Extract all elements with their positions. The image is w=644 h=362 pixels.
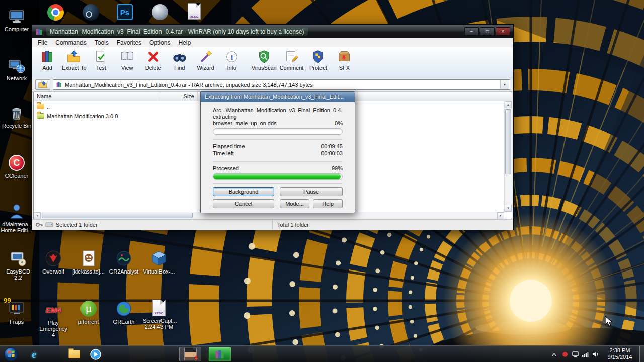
horizontal-scroll-thumb[interactable] xyxy=(42,213,193,218)
help-button[interactable]: Help xyxy=(313,199,343,208)
extract-progress-dialog: Extracting from Manhattan_Modification_v… xyxy=(200,91,355,213)
desktop-icon-utorrent[interactable]: µ µTorrent xyxy=(72,300,105,325)
desktop-icon-kickass[interactable]: [kickass.to]... xyxy=(72,249,105,275)
cancel-button[interactable]: Cancel xyxy=(213,199,274,208)
timeleft-value: 00:00:03 xyxy=(321,150,343,157)
toolbar-view-button[interactable]: View xyxy=(114,49,140,71)
archive-path-combo[interactable]: Manhattan_Modification_v3_Final_Edition_… xyxy=(53,79,510,90)
tray-ccleaner-icon[interactable] xyxy=(560,346,570,362)
extract-dialog-titlebar[interactable]: Extracting from Manhattan_Modification_v… xyxy=(201,92,355,102)
scroll-left-button[interactable]: ◄ xyxy=(34,212,41,219)
tray-network-icon[interactable] xyxy=(581,346,590,362)
toolbar-delete-button[interactable]: Delete xyxy=(140,49,167,71)
toolbar-extract-button[interactable]: Extract To xyxy=(60,49,88,71)
desktop-icon-fraps[interactable]: 99 Fraps xyxy=(1,300,33,325)
menu-file[interactable]: File xyxy=(34,39,51,47)
toolbar-wizard-button[interactable]: Wizard xyxy=(193,49,219,71)
toolbar-virusscan-button[interactable]: VirusScan xyxy=(250,49,278,71)
desktop-icon-emergency4[interactable]: EM4 Play Emergency 4 xyxy=(37,301,69,338)
winrar-titlebar[interactable]: Manhattan_Modification_v3_Final_Edition_… xyxy=(32,25,513,38)
file-name: Manhattan Modification 3.0.0 xyxy=(47,113,118,119)
hidden-icons-button[interactable] xyxy=(549,346,558,362)
processed-label: Processed xyxy=(213,165,239,172)
desktop-icon-overwolf[interactable]: Overwolf xyxy=(37,249,69,275)
mode-button[interactable]: Mode... xyxy=(280,199,309,208)
desktop-icon-virtualbox[interactable]: VirtualBox-... xyxy=(143,249,175,275)
desktop-icon-photoshop[interactable]: Ps xyxy=(114,3,136,21)
vertical-scrollbar[interactable]: ▲ ▼ xyxy=(504,101,512,212)
taskbar: e 4 2:38 PM 9/15/2014 xyxy=(0,345,644,362)
tray-volume-icon[interactable] xyxy=(591,346,600,362)
desktop-icon-steam[interactable] xyxy=(79,3,102,21)
toolbar-label: Wizard xyxy=(197,65,214,71)
desktop-icon-label: GR2Analyst xyxy=(109,268,139,275)
taskbar-photo-viewer-button[interactable]: 4 xyxy=(179,347,201,361)
desktop-icon-label: dMaintena.. Home Editi... xyxy=(1,221,33,233)
window-title: Manhattan_Modification_v3_Final_Edition_… xyxy=(46,28,308,36)
toolbar-info-button[interactable]: iInfo xyxy=(219,49,245,71)
desktop-icon-screencapture[interactable]: XESC ScreenCapt... 2.24.43 PM xyxy=(143,299,175,330)
desktop-icon-gray-sphere[interactable] xyxy=(149,3,171,21)
sfx-icon xyxy=(336,49,352,64)
winrar-app-icon xyxy=(35,28,43,36)
toolbar-test-button[interactable]: Test xyxy=(88,49,114,71)
chrome-icon xyxy=(46,3,64,21)
toolbar-comment-button[interactable]: Comment xyxy=(278,49,305,71)
toolbar-add-button[interactable]: Add xyxy=(34,49,60,71)
taskbar-ie-button[interactable]: e xyxy=(24,347,44,361)
elapsed-value: 00:09:45 xyxy=(321,143,343,150)
desktop-icon-network[interactable]: Network xyxy=(1,56,33,81)
taskbar-clock[interactable]: 2:38 PM 9/15/2014 xyxy=(603,347,637,360)
scroll-down-button[interactable]: ▼ xyxy=(505,205,512,212)
column-header-name[interactable]: Name xyxy=(34,92,160,101)
desktop-icon-gr2analyst[interactable]: GR2Analyst xyxy=(108,249,140,275)
desktop-icon-grearth[interactable]: GREarth xyxy=(108,300,140,325)
column-header-size[interactable]: Size xyxy=(160,92,198,101)
desktop-icon-label: [kickass.to]... xyxy=(72,268,105,275)
desktop-icon-label: Computer xyxy=(5,26,29,32)
toolbar-label: Extract To xyxy=(62,65,87,71)
action-line: extracting xyxy=(213,114,343,120)
taskbar-media-player-button[interactable] xyxy=(86,347,106,361)
menu-help[interactable]: Help xyxy=(174,39,195,47)
virtualbox-icon xyxy=(150,249,168,267)
scroll-right-button[interactable]: ► xyxy=(497,212,504,219)
toolbar: Add Extract To Test View Delete Find Wiz… xyxy=(32,47,513,78)
tray-display-icon[interactable] xyxy=(571,346,580,362)
up-one-level-button[interactable] xyxy=(35,79,50,90)
processed-progressbar xyxy=(213,173,343,180)
toolbar-find-button[interactable]: Find xyxy=(167,49,193,71)
menu-favorites[interactable]: Favorites xyxy=(113,39,145,47)
background-button[interactable]: Background xyxy=(213,187,274,196)
start-button[interactable] xyxy=(1,347,21,361)
pause-button[interactable]: Pause xyxy=(280,187,343,196)
folder-up-icon xyxy=(37,104,44,109)
desktop-icon-label: Play Emergency 4 xyxy=(37,320,69,338)
desktop-icon-recycle-bin[interactable]: Recycle Bin xyxy=(1,104,33,129)
desktop-icon-easybcd[interactable]: EasyBCD 2.2 xyxy=(2,249,34,281)
timeleft-row: Time left 00:00:03 xyxy=(213,150,343,157)
menu-commands[interactable]: Commands xyxy=(51,39,90,47)
taskbar-winrar-button[interactable] xyxy=(208,347,231,361)
menu-tools[interactable]: Tools xyxy=(91,39,113,47)
desktop-icon-computer[interactable]: Computer xyxy=(1,7,33,32)
scroll-up-button[interactable]: ▲ xyxy=(505,101,512,108)
desktop-icon-dmaintenance[interactable]: dMaintena.. Home Editi... xyxy=(1,202,33,233)
maximize-button[interactable]: □ xyxy=(480,27,495,36)
close-button[interactable]: × xyxy=(496,27,510,36)
minimize-button[interactable]: − xyxy=(464,27,479,36)
screencapture-icon: XESC xyxy=(150,299,168,317)
virusscan-icon xyxy=(256,49,272,64)
toolbar-protect-button[interactable]: Protect xyxy=(305,49,331,71)
desktop-icon-chrome[interactable] xyxy=(44,3,66,21)
show-desktop-button[interactable] xyxy=(639,346,644,362)
desktop-icon-ccleaner[interactable]: C CCleaner xyxy=(1,154,33,179)
vertical-scroll-thumb[interactable] xyxy=(505,109,511,174)
taskbar-explorer-button[interactable] xyxy=(64,347,85,361)
toolbar-label: Comment xyxy=(280,65,304,71)
toolbar-sfx-button[interactable]: SFX xyxy=(331,49,357,71)
desktop-icon-xesc[interactable]: XESC xyxy=(183,2,205,20)
menu-options[interactable]: Options xyxy=(145,39,174,47)
combo-dropdown-button[interactable]: ▼ xyxy=(500,80,509,89)
info-icon: i xyxy=(224,49,240,64)
